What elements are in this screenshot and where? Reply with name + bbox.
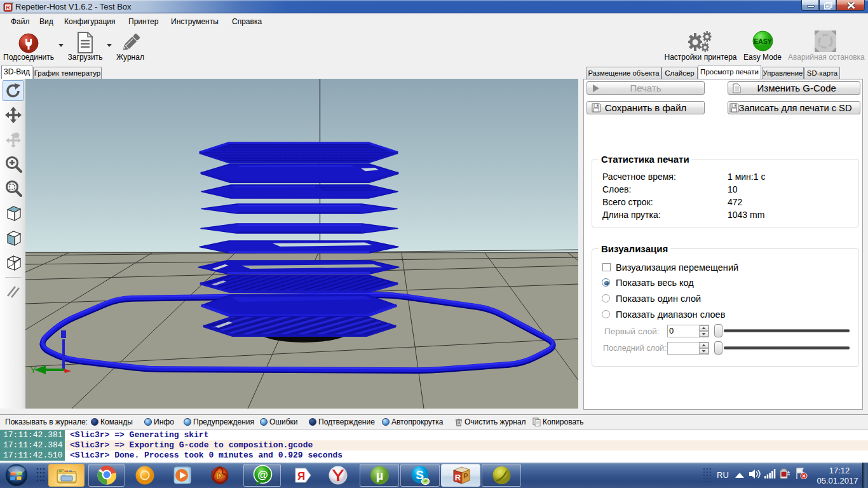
svg-text:D: D — [217, 470, 224, 481]
svg-text:Y: Y — [31, 365, 36, 375]
svg-text:Я: Я — [297, 470, 305, 482]
svg-text:R: R — [455, 473, 461, 482]
svg-text:@: @ — [257, 469, 268, 481]
svg-text:R: R — [6, 4, 10, 11]
svg-text:EASY: EASY — [754, 37, 772, 45]
svg-text:µ: µ — [376, 468, 384, 482]
svg-text:P: P — [463, 472, 468, 480]
